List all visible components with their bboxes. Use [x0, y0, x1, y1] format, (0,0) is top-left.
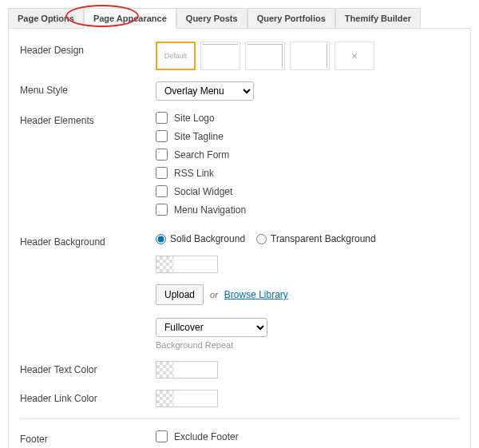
or-text: or	[210, 290, 218, 299]
checkbox-label: Menu Navigation	[174, 204, 246, 216]
header-bg-color-field[interactable]	[156, 256, 218, 273]
tabs: Page Options Page Appearance Query Posts…	[8, 8, 471, 29]
transparent-swatch-icon	[156, 362, 174, 378]
browse-library-link[interactable]: Browse Library	[224, 289, 288, 300]
transparent-swatch-icon	[156, 256, 174, 272]
tab-query-posts[interactable]: Query Posts	[176, 8, 247, 28]
header-link-color-field[interactable]	[156, 390, 218, 407]
label-header-text-color: Header Text Color	[20, 361, 156, 375]
checkbox-rss-link[interactable]	[156, 167, 168, 179]
label-header-design: Header Design	[20, 42, 156, 56]
header-design-option-none[interactable]: ×	[335, 42, 374, 70]
label-header-background: Header Background	[20, 233, 156, 248]
checkbox-site-tagline[interactable]	[156, 130, 168, 142]
radio-transparent-input[interactable]	[256, 234, 267, 244]
checkbox-label: Site Logo	[174, 113, 215, 124]
divider	[20, 418, 459, 419]
transparent-swatch-icon	[156, 391, 174, 406]
checkbox-site-logo[interactable]	[156, 112, 168, 124]
radio-transparent-background[interactable]: Transparent Background	[256, 233, 376, 244]
header-design-option-2[interactable]	[200, 42, 240, 70]
header-design-options: Default ×	[156, 42, 459, 70]
radio-solid-input[interactable]	[156, 234, 166, 244]
label-footer: Footer	[20, 430, 156, 445]
checkbox-menu-navigation[interactable]	[156, 204, 168, 216]
tab-themify-builder[interactable]: Themify Builder	[335, 8, 421, 28]
tab-page-options[interactable]: Page Options	[8, 8, 84, 28]
header-design-option-3[interactable]	[245, 42, 285, 70]
header-design-default[interactable]: Default	[156, 42, 196, 70]
radio-solid-background[interactable]: Solid Background	[156, 233, 245, 244]
checkbox-label: Site Tagline	[174, 131, 224, 142]
panel-page-appearance: Header Design Default × Menu Style Overl…	[8, 29, 471, 448]
label-header-link-color: Header Link Color	[20, 390, 156, 404]
tab-page-appearance[interactable]: Page Appearance	[84, 8, 176, 29]
checkbox-label: Exclude Footer	[174, 431, 239, 442]
menu-style-select[interactable]: Overlay Menu	[156, 81, 254, 101]
upload-button[interactable]: Upload	[156, 284, 204, 305]
label-menu-style: Menu Style	[20, 81, 156, 96]
label-header-elements: Header Elements	[20, 112, 156, 126]
tab-query-portfolios[interactable]: Query Portfolios	[247, 8, 335, 28]
checkbox-exclude-footer[interactable]	[156, 430, 168, 442]
background-repeat-select[interactable]: Fullcover	[156, 318, 267, 337]
background-repeat-helper: Background Repeat	[156, 340, 459, 350]
checkbox-label: RSS Link	[174, 168, 214, 179]
header-text-color-field[interactable]	[156, 361, 218, 379]
checkbox-label: Social Widget	[174, 186, 232, 197]
checkbox-label: Search Form	[174, 149, 229, 161]
checkbox-social-widget[interactable]	[156, 185, 168, 197]
checkbox-search-form[interactable]	[156, 149, 168, 161]
header-design-option-4[interactable]	[290, 42, 330, 70]
